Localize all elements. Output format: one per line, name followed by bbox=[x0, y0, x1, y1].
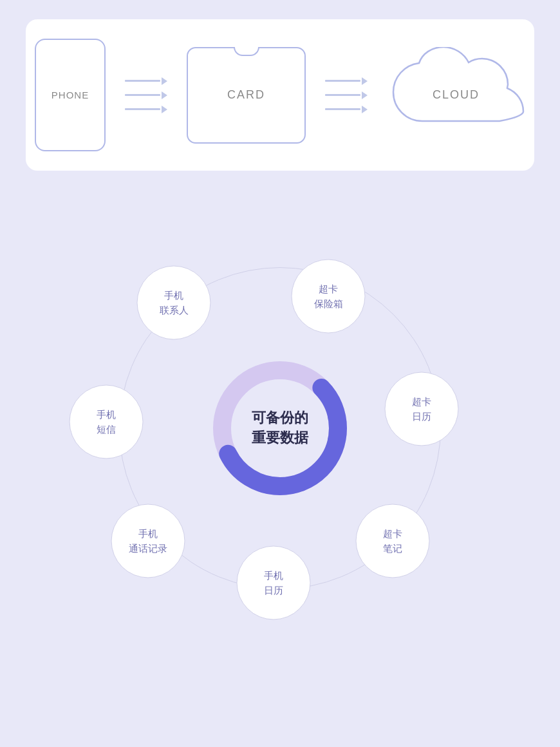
arrow-row-3 bbox=[125, 106, 167, 113]
satellite-phone-calendar: 手机 日历 bbox=[237, 546, 311, 620]
sat-bl-line1: 手机 bbox=[129, 527, 167, 542]
arrow-2 bbox=[325, 77, 368, 113]
arrow2-head-2 bbox=[362, 91, 368, 99]
sat-bc-line2: 日历 bbox=[264, 583, 283, 598]
card-icon: CARD bbox=[187, 47, 306, 144]
card-notch bbox=[234, 47, 259, 56]
arrow2-row-3 bbox=[325, 106, 368, 113]
sat-tr-line1: 超卡 bbox=[314, 282, 343, 297]
sat-l-line1: 手机 bbox=[97, 408, 116, 422]
sat-r-line2: 日历 bbox=[412, 409, 431, 424]
arrow2-line-1 bbox=[325, 80, 360, 82]
phone-label: PHONE bbox=[51, 90, 89, 100]
satellite-super-safe: 超卡 保险箱 bbox=[292, 260, 366, 334]
center-donut: 可备份的 重要数据 bbox=[209, 357, 351, 499]
sat-bl-line2: 通话记录 bbox=[129, 541, 167, 556]
arrow-row-1 bbox=[125, 77, 167, 85]
card-label: CARD bbox=[227, 88, 265, 102]
arrow-line-3 bbox=[125, 108, 160, 110]
satellite-phone-sms: 手机 短信 bbox=[70, 385, 144, 459]
sat-l-line2: 短信 bbox=[97, 422, 116, 437]
top-diagram: PHONE CARD bbox=[26, 19, 534, 171]
satellite-phone-calls: 手机 通话记录 bbox=[111, 504, 185, 578]
arrow-1 bbox=[125, 77, 167, 113]
center-line2: 重要数据 bbox=[252, 428, 308, 448]
sat-br-line1: 超卡 bbox=[383, 527, 402, 542]
bottom-section: 可备份的 重要数据 手机 联系人 超卡 保险箱 超卡 日历 超卡 笔记 手机 日… bbox=[0, 184, 560, 673]
arrow-line bbox=[125, 80, 160, 82]
arrow2-line-3 bbox=[325, 108, 360, 110]
arrow2-line-2 bbox=[325, 94, 360, 96]
center-line1: 可备份的 bbox=[252, 408, 308, 428]
sat-tl-line1: 手机 bbox=[160, 288, 189, 303]
center-text: 可备份的 重要数据 bbox=[252, 408, 308, 448]
phone-icon: PHONE bbox=[35, 39, 106, 151]
sat-r-line1: 超卡 bbox=[412, 395, 431, 410]
arrow2-row-1 bbox=[325, 77, 368, 85]
cloud-label: CLOUD bbox=[433, 88, 480, 102]
arrow2-head-3 bbox=[362, 106, 368, 113]
cloud-container: CLOUD bbox=[387, 47, 525, 144]
arrow2-row-2 bbox=[325, 91, 368, 99]
arrow-line-2 bbox=[125, 94, 160, 96]
arrow-row-2 bbox=[125, 91, 167, 99]
arrow-head-2 bbox=[162, 91, 167, 99]
sat-bc-line1: 手机 bbox=[264, 569, 283, 583]
arrow-head bbox=[162, 77, 167, 85]
sat-tl-line2: 联系人 bbox=[160, 303, 189, 317]
sat-tr-line2: 保险箱 bbox=[314, 296, 343, 311]
satellite-phone-contacts: 手机 联系人 bbox=[137, 266, 211, 340]
sat-br-line2: 笔记 bbox=[383, 541, 402, 556]
arrow2-head-1 bbox=[362, 77, 368, 85]
satellite-super-notes: 超卡 笔记 bbox=[356, 504, 430, 578]
satellite-super-calendar: 超卡 日历 bbox=[385, 372, 459, 446]
arrow-head-3 bbox=[162, 106, 167, 113]
